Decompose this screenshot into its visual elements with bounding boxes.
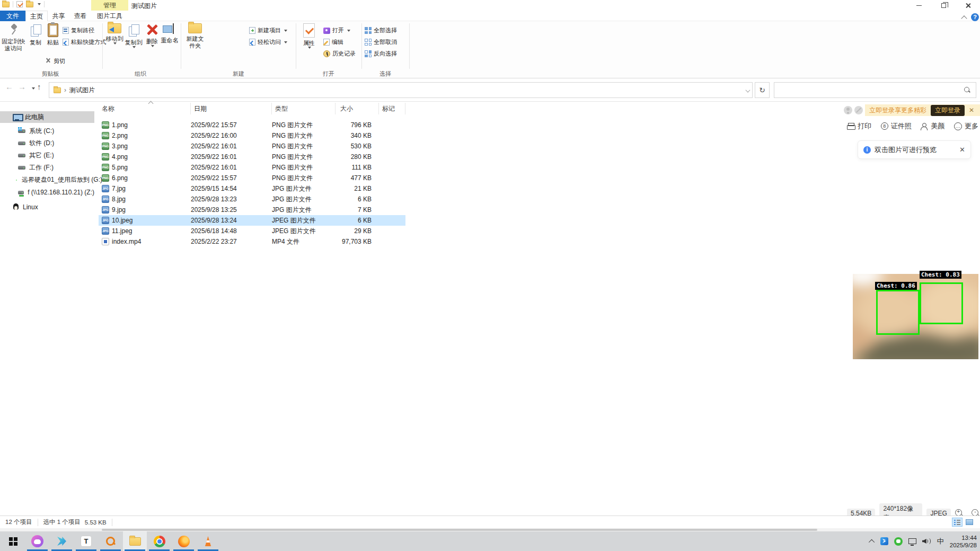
context-tab-manage[interactable]: 管理 xyxy=(91,0,128,11)
close-icon[interactable]: ✕ xyxy=(969,106,974,114)
sidebar-item-linux[interactable]: Linux xyxy=(0,201,94,213)
select-all-button[interactable]: 全部选择 xyxy=(365,26,397,34)
sidebar-item-this-pc[interactable]: 此电脑 xyxy=(0,111,94,123)
file-row[interactable]: JPG8.jpg 2025/9/28 13:23 JPG 图片文件 6 KB xyxy=(99,194,405,205)
start-button[interactable] xyxy=(1,531,25,551)
print-button[interactable]: 打印 xyxy=(847,121,871,131)
up-arrow-icon[interactable]: ↑ xyxy=(37,82,41,91)
scrollbar-thumb[interactable] xyxy=(102,529,817,531)
volume-icon[interactable] xyxy=(922,538,931,545)
column-header-date[interactable]: 日期 xyxy=(191,103,272,114)
tab-file[interactable]: 文件 xyxy=(0,11,25,21)
open-button[interactable]: 打开 xyxy=(323,26,350,34)
properties-button[interactable]: 属性 xyxy=(299,23,319,49)
cut-button[interactable]: 剪切 xyxy=(45,57,65,65)
file-row[interactable]: index.mp4 2025/2/22 23:27 MP4 文件 97,703 … xyxy=(99,236,405,247)
tab-share[interactable]: 共享 xyxy=(48,11,69,21)
taskbar-app-t[interactable]: T xyxy=(74,531,98,551)
sidebar-item-drive-c[interactable]: 系统 (C:) xyxy=(0,125,94,137)
search-input[interactable] xyxy=(774,82,976,98)
address-dropdown-icon[interactable] xyxy=(745,87,750,92)
invert-selection-button[interactable]: 反向选择 xyxy=(365,50,397,58)
file-row[interactable]: PNG2.png 2025/9/22 16:00 PNG 图片文件 340 KB xyxy=(99,130,405,141)
sidebar-item-network-drive-z[interactable]: f (\\192.168.110.21) (Z:) xyxy=(0,186,94,198)
folder-icon[interactable] xyxy=(2,2,10,7)
select-none-button[interactable]: 全部取消 xyxy=(365,38,397,46)
file-row[interactable]: PNG3.png 2025/9/22 16:01 PNG 图片文件 530 KB xyxy=(99,141,405,152)
recent-locations-icon[interactable] xyxy=(32,87,35,90)
close-button[interactable] xyxy=(956,0,980,11)
file-row[interactable]: PNG6.png 2025/9/22 15:57 PNG 图片文件 477 KB xyxy=(99,173,405,183)
network-icon[interactable] xyxy=(908,538,916,544)
forward-arrow-icon[interactable]: → xyxy=(18,82,26,91)
id-photo-button[interactable]: 8 证件照 xyxy=(881,121,912,131)
file-row[interactable]: JPG9.jpg 2025/9/28 13:25 JPG 图片文件 7 KB xyxy=(99,205,405,215)
restore-button[interactable] xyxy=(931,0,956,11)
taskbar-app-explorer[interactable] xyxy=(123,531,147,551)
column-header-size[interactable]: 大小 xyxy=(336,103,379,114)
paste-shortcut-button[interactable]: 粘贴快捷方式 xyxy=(63,38,106,46)
breadcrumb[interactable]: 测试图片 xyxy=(69,86,95,95)
beauty-button[interactable]: 美颜 xyxy=(921,121,944,131)
file-row[interactable]: PNG4.png 2025/9/22 16:01 PNG 图片文件 280 KB xyxy=(99,152,405,162)
copy-icon xyxy=(30,23,41,37)
more-button[interactable]: ... 更多 xyxy=(954,121,978,131)
rename-button[interactable]: 重命名 xyxy=(159,23,180,44)
new-item-button[interactable]: 新建项目 xyxy=(249,26,287,34)
png-file-icon: PNG xyxy=(102,143,109,150)
taskbar-app-vlc[interactable] xyxy=(196,531,220,551)
image-preview[interactable]: Chest: 0.86 xyxy=(853,274,978,359)
taskbar-app-cat[interactable] xyxy=(25,531,49,551)
new-folder-button[interactable]: 新建文件夹 xyxy=(184,23,206,49)
tab-view[interactable]: 查看 xyxy=(69,11,91,21)
details-view-button[interactable] xyxy=(952,518,963,527)
clock[interactable]: 13:44 2025/9/28 xyxy=(950,534,977,549)
qat-dropdown-icon[interactable] xyxy=(38,3,41,5)
column-header-tags[interactable]: 标记 xyxy=(379,103,405,114)
delete-button[interactable]: 删除 xyxy=(143,23,161,47)
copy-path-button[interactable]: 复制路径 xyxy=(63,26,94,34)
tray-expand-icon[interactable] xyxy=(869,539,875,545)
refresh-button[interactable]: ↻ xyxy=(755,82,770,98)
paste-button[interactable]: 粘贴 xyxy=(45,23,61,46)
pin-to-quick-access-button[interactable]: 固定到快速访问 xyxy=(1,23,25,52)
taskbar-app-search[interactable] xyxy=(99,531,122,551)
file-row[interactable]: JPG7.jpg 2025/9/15 14:54 JPG 图片文件 21 KB xyxy=(99,183,405,194)
close-icon[interactable]: ✕ xyxy=(959,146,965,154)
sidebar-item-drive-e[interactable]: 其它 (E:) xyxy=(0,149,94,161)
taskbar-app-firefox[interactable] xyxy=(172,531,196,551)
avatar-icon[interactable] xyxy=(844,106,852,114)
input-method-indicator[interactable]: 中 xyxy=(937,537,944,546)
back-arrow-icon[interactable]: ← xyxy=(5,82,13,91)
edit-button[interactable]: 编辑 xyxy=(323,38,343,46)
tray-green-app-icon[interactable] xyxy=(894,537,903,546)
tray-blue-app-icon[interactable] xyxy=(880,537,888,545)
new-folder-qat-icon[interactable] xyxy=(26,2,33,7)
login-button[interactable]: 立即登录 xyxy=(931,105,965,116)
tab-home[interactable]: 主页 xyxy=(25,11,48,21)
file-row[interactable]: PNG5.png 2025/9/22 16:01 PNG 图片文件 111 KB xyxy=(99,162,405,173)
file-row-selected[interactable]: JPG10.jpeg 2025/9/28 13:24 JPEG 图片文件 6 K… xyxy=(99,215,405,226)
file-row[interactable]: PNG1.png 2025/9/22 15:57 PNG 图片文件 796 KB xyxy=(99,120,405,130)
help-icon[interactable]: ? xyxy=(971,13,979,21)
sidebar-item-drive-g[interactable]: 远界硬盘01_使用后放到 (G:) xyxy=(0,174,94,185)
taskbar-app-arrow[interactable] xyxy=(50,531,74,551)
column-header-name[interactable]: 名称 xyxy=(99,103,191,114)
easy-access-button[interactable]: 轻松访问 xyxy=(249,38,287,46)
copy-button[interactable]: 复制 xyxy=(27,23,45,46)
avatar-placeholder-icon[interactable] xyxy=(854,106,863,114)
properties-check-icon[interactable] xyxy=(16,1,23,7)
history-button[interactable]: 历史记录 xyxy=(323,50,356,58)
column-header-type[interactable]: 类型 xyxy=(272,103,336,114)
sidebar-item-drive-d[interactable]: 软件 (D:) xyxy=(0,137,94,149)
address-bar[interactable]: › 测试图片 xyxy=(49,82,753,98)
copy-to-button[interactable]: 复制到 xyxy=(124,23,143,48)
taskbar-app-chrome[interactable] xyxy=(147,531,171,551)
minimize-button[interactable] xyxy=(907,0,931,11)
search-icon[interactable] xyxy=(964,87,970,93)
move-to-button[interactable]: 移动到 xyxy=(105,23,124,45)
sidebar-item-drive-f[interactable]: 工作 (F:) xyxy=(0,162,94,173)
thumbnail-view-button[interactable] xyxy=(964,518,975,527)
tab-picture-tools[interactable]: 图片工具 xyxy=(91,11,128,21)
file-row[interactable]: JPG11.jpeg 2025/6/18 14:48 JPEG 图片文件 29 … xyxy=(99,226,405,236)
